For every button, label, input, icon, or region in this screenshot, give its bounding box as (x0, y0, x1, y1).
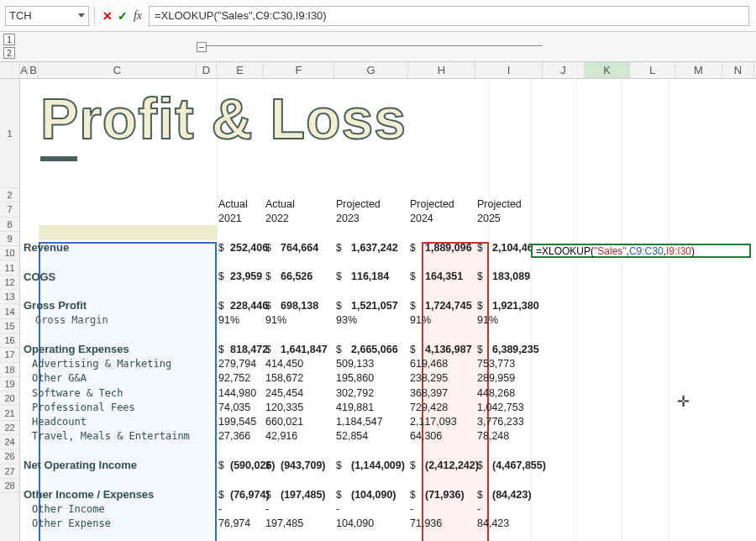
cancel-formula-button[interactable]: ✕ (100, 8, 115, 24)
cell-value[interactable]: 27,366 (218, 429, 265, 444)
col-header-N[interactable]: N (722, 62, 754, 78)
col-header-C[interactable]: C (39, 62, 197, 78)
row-header-2[interactable]: 2 (0, 188, 19, 202)
cell-value[interactable]: 753,773 (477, 356, 544, 370)
cell-value[interactable]: 197,485 (265, 517, 336, 531)
name-box[interactable]: TCH (5, 6, 89, 26)
row-header-18[interactable]: 18 (0, 363, 19, 377)
col-header-D[interactable]: D (197, 62, 217, 78)
col-header-H[interactable]: H (408, 62, 475, 78)
select-all-corner[interactable] (0, 62, 20, 78)
cell-value[interactable]: 302,792 (336, 386, 410, 400)
cell-value[interactable]: 74,035 (218, 400, 265, 414)
row-header-27[interactable]: 27 (0, 465, 19, 479)
cell-value[interactable]: (943,709) (281, 458, 336, 472)
cell-value[interactable]: 818,472 (230, 342, 265, 356)
cell-value[interactable]: (104,090) (351, 487, 410, 502)
row-header-12[interactable]: 12 (0, 276, 19, 290)
cell-value[interactable]: 52,854 (336, 429, 410, 444)
col-header-E[interactable]: E (217, 62, 264, 78)
cell-value[interactable]: 419,881 (336, 400, 410, 414)
cell-value[interactable]: - (265, 502, 336, 516)
row-header-21[interactable]: 21 (0, 406, 19, 420)
outline-collapse-button[interactable]: − (197, 42, 207, 52)
cell-value[interactable]: (71,936) (425, 487, 477, 502)
col-header-B[interactable]: B (29, 62, 39, 78)
cell-value[interactable]: - (477, 502, 544, 516)
cell-value[interactable]: 183,089 (492, 269, 544, 283)
cell-value[interactable]: 1,521,057 (351, 298, 410, 313)
active-cell-k9[interactable]: =XLOOKUP("Sales",C9:C30,I9:I30) (531, 244, 751, 258)
cell-value[interactable]: 245,454 (265, 386, 336, 400)
cell-value[interactable]: 1,637,242 (351, 240, 410, 255)
cell-value[interactable]: 764,664 (281, 240, 336, 255)
cell-value[interactable]: 91% (477, 313, 544, 327)
cell-value[interactable]: 84,423 (477, 517, 544, 531)
col-header-K[interactable]: K (585, 62, 630, 78)
cell-value[interactable]: 64,306 (410, 429, 477, 444)
cell-value[interactable]: 238,295 (410, 371, 477, 386)
cell-value[interactable]: 2,117,093 (410, 414, 477, 428)
cell-value[interactable]: 195,860 (336, 371, 410, 386)
cell-value[interactable]: 116,184 (351, 269, 410, 283)
cell-value[interactable]: - (410, 502, 477, 516)
cell-value[interactable]: 1,641,847 (281, 342, 336, 356)
col-header-M[interactable]: M (675, 62, 722, 78)
cell-value[interactable]: 3,776,233 (477, 414, 544, 428)
cell-value[interactable]: 66,526 (281, 269, 336, 283)
col-header-G[interactable]: G (334, 62, 408, 78)
cell-value[interactable]: 91% (410, 313, 477, 327)
grid-body[interactable]: Profit & Loss Actual Actual Projected Pr… (20, 79, 756, 541)
cell-value[interactable]: 91% (218, 313, 265, 327)
row-header-14[interactable]: 14 (0, 304, 19, 318)
cell-value[interactable]: 279,794 (218, 356, 265, 370)
row-header-13[interactable]: 13 (0, 290, 19, 304)
cell-value[interactable]: 2,665,066 (351, 342, 410, 356)
cell-value[interactable]: 228,446 (230, 298, 265, 313)
cell-value[interactable]: 42,916 (265, 429, 336, 444)
fx-button[interactable]: fx (130, 8, 145, 24)
col-header-J[interactable]: J (543, 62, 585, 78)
cell-value[interactable]: 368,397 (410, 386, 477, 400)
cell-value[interactable]: 120,335 (265, 400, 336, 414)
col-header-L[interactable]: L (630, 62, 675, 78)
accept-formula-button[interactable]: ✓ (115, 8, 130, 24)
cell-value[interactable]: - (336, 502, 410, 516)
cell-value[interactable]: (1,144,009) (351, 458, 410, 472)
cell-value[interactable]: - (218, 502, 265, 516)
row-header-19[interactable]: 19 (0, 377, 19, 391)
outline-level-1[interactable]: 1 (3, 34, 15, 45)
cell-value[interactable]: 23,959 (230, 269, 265, 283)
cell-value[interactable]: (4,467,855) (492, 458, 544, 472)
cell-value[interactable]: 104,090 (336, 517, 410, 531)
cell-value[interactable]: (590,026) (230, 458, 265, 472)
row-header-28[interactable]: 28 (0, 479, 19, 493)
cell-value[interactable]: 448,268 (477, 386, 544, 400)
cell-value[interactable]: 6,389,235 (492, 342, 544, 356)
cell-value[interactable]: 158,672 (265, 371, 336, 386)
cell-value[interactable]: 4,136,987 (425, 342, 477, 356)
cell-value[interactable]: 252,406 (230, 240, 265, 255)
cell-value[interactable]: 78,248 (477, 429, 544, 444)
cell-value[interactable]: 93% (336, 313, 410, 327)
cell-value[interactable]: 71,936 (410, 517, 477, 531)
cell-value[interactable]: 76,974 (218, 517, 265, 531)
row-header-17[interactable]: 17 (0, 348, 19, 362)
row-header-22[interactable]: 22 (0, 421, 19, 435)
row-header-8[interactable]: 8 (0, 218, 19, 232)
cell-value[interactable]: 414,450 (265, 356, 336, 370)
row-header-16[interactable]: 16 (0, 334, 19, 348)
cell-value[interactable]: 92,752 (218, 371, 265, 386)
cell-value[interactable]: 660,021 (265, 414, 336, 428)
row-header-10[interactable]: 10 (0, 246, 19, 260)
row-header-7[interactable]: 7 (0, 202, 19, 217)
cell-value[interactable]: 1,921,380 (492, 298, 544, 313)
cell-value[interactable]: (2,412,242) (425, 458, 477, 472)
row-header-24[interactable]: 24 (0, 435, 19, 449)
outline-level-2[interactable]: 2 (3, 47, 15, 59)
row-header-1[interactable]: 1 (0, 79, 19, 188)
cell-value[interactable]: (76,974) (230, 487, 265, 502)
col-header-F[interactable]: F (264, 62, 334, 78)
cell-value[interactable]: 199,545 (218, 414, 265, 428)
cell-value[interactable]: 1,889,096 (425, 240, 477, 255)
